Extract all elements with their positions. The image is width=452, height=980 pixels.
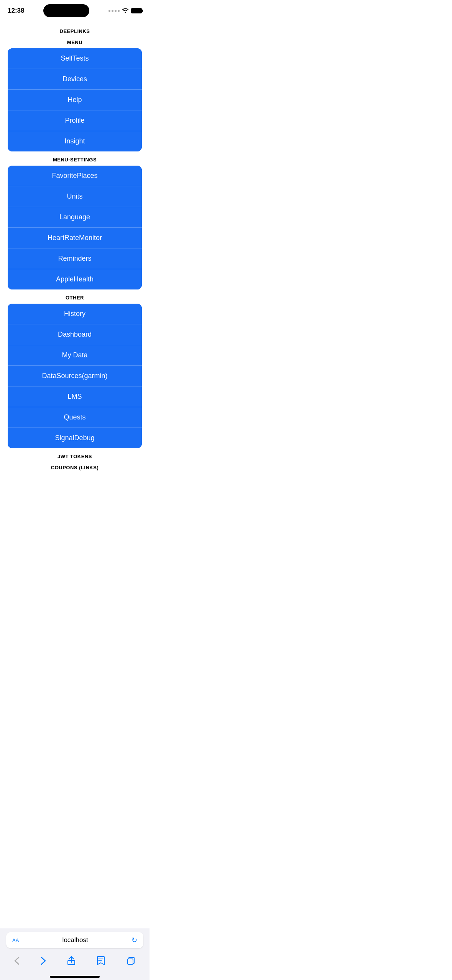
main-content: DEEPLINKS MENU SelfTests Devices Help Pr… bbox=[0, 19, 150, 527]
battery-icon bbox=[131, 8, 142, 13]
status-icons bbox=[108, 8, 142, 14]
menu-item-lms[interactable]: LMS bbox=[8, 386, 142, 407]
status-time: 12:38 bbox=[8, 7, 24, 15]
menu-item-devices[interactable]: Devices bbox=[8, 69, 142, 90]
menu-item-applehealth[interactable]: AppleHealth bbox=[8, 269, 142, 289]
menu-item-units[interactable]: Units bbox=[8, 186, 142, 207]
menu-item-profile[interactable]: Profile bbox=[8, 110, 142, 131]
menu-group: SelfTests Devices Help Profile Insight bbox=[8, 48, 142, 151]
menu-item-insight[interactable]: Insight bbox=[8, 131, 142, 151]
signal-icon bbox=[108, 10, 120, 12]
menu-item-quests[interactable]: Quests bbox=[8, 407, 142, 428]
menu-item-help[interactable]: Help bbox=[8, 90, 142, 110]
status-bar: 12:38 bbox=[0, 0, 150, 19]
coupons-section-header: COUPONS (LINKS) bbox=[8, 465, 142, 470]
menu-settings-section-header: MENU-SETTINGS bbox=[8, 157, 142, 163]
jwt-section-header: JWT TOKENS bbox=[8, 454, 142, 459]
notch bbox=[43, 4, 89, 17]
menu-item-favoriteplaces[interactable]: FavoritePlaces bbox=[8, 166, 142, 186]
menu-item-language[interactable]: Language bbox=[8, 207, 142, 228]
other-section-header: OTHER bbox=[8, 295, 142, 301]
menu-item-heartratemonitor[interactable]: HeartRateMonitor bbox=[8, 228, 142, 248]
menu-item-dashboard[interactable]: Dashboard bbox=[8, 324, 142, 345]
menu-section-header: MENU bbox=[8, 39, 142, 45]
deeplinks-header: DEEPLINKS bbox=[8, 28, 142, 34]
other-group: History Dashboard My Data DataSources(ga… bbox=[8, 304, 142, 448]
menu-item-reminders[interactable]: Reminders bbox=[8, 248, 142, 269]
menu-item-history[interactable]: History bbox=[8, 304, 142, 324]
menu-item-selftests[interactable]: SelfTests bbox=[8, 48, 142, 69]
wifi-icon bbox=[122, 8, 129, 14]
menu-item-mydata[interactable]: My Data bbox=[8, 345, 142, 366]
menu-item-signaldebug[interactable]: SignalDebug bbox=[8, 428, 142, 448]
menu-settings-group: FavoritePlaces Units Language HeartRateM… bbox=[8, 166, 142, 289]
menu-item-datasources[interactable]: DataSources(garmin) bbox=[8, 366, 142, 386]
